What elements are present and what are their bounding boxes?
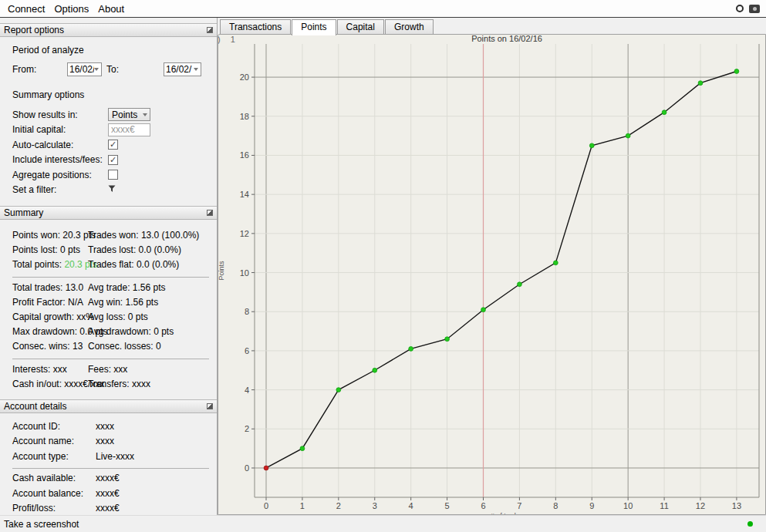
account-balance-value: xxxx€ — [96, 488, 120, 499]
summary-left-cell: Max drawdown: 0.0 pts — [12, 326, 88, 337]
tab-points[interactable]: Points — [292, 19, 336, 35]
auto-calculate-checkbox[interactable]: ✓ — [108, 140, 118, 150]
include-interests-fees-checkbox[interactable]: ✓ — [108, 155, 118, 165]
account-section: Account ID:xxxxAccount name:xxxxAccount … — [0, 419, 217, 464]
to-date-value: 16/02/ — [164, 64, 194, 75]
tab-capital[interactable]: Capital — [337, 19, 384, 34]
summary-left-cell: Cash in/out: xxxx€/xxx — [12, 379, 88, 389]
summary-row: Total points: 20.3 ptsTrades flat: 0.0 (… — [0, 257, 217, 271]
account-id-value: xxxx — [96, 421, 114, 432]
x-tick-label: 13 — [732, 501, 741, 510]
agregate-positions-label: Agregate positions: — [12, 170, 108, 180]
summary-right-cell: Trades flat: 0.0 (0.0%) — [88, 259, 217, 270]
profit-loss-label: Profit/loss: — [12, 503, 96, 513]
include-interests-fees-label: Include interests/fees: — [12, 154, 108, 165]
camera-icon[interactable] — [749, 5, 760, 13]
set-a-filter-filter-icon[interactable] — [108, 184, 116, 195]
main-content: Report options Period of analyze From: 1… — [0, 18, 766, 515]
summary-row: Cash in/out: xxxx€/xxxTransfers: xxxx — [12, 376, 209, 391]
trade-marker — [662, 110, 666, 115]
summary-left-cell: Total points: 20.3 pts — [0, 259, 88, 270]
menu-item-about[interactable]: About — [93, 2, 129, 16]
app-window: ConnectOptionsAbout Report options Perio… — [0, 0, 766, 532]
menu-item-options[interactable]: Options — [49, 2, 93, 16]
summary-options-label: Summary options — [12, 89, 217, 100]
points-chart: 01234567891011121302468101214161820Point… — [218, 35, 765, 514]
left-panel: Report options Period of analyze From: 1… — [0, 18, 218, 515]
y-tick-label: 20 — [240, 72, 249, 82]
menu-item-connect[interactable]: Connect — [3, 2, 49, 16]
trade-marker — [481, 308, 486, 312]
show-results-in-select[interactable]: Points — [108, 108, 150, 121]
agregate-positions-checkbox[interactable] — [108, 170, 118, 180]
account-name-value: xxxx — [96, 436, 114, 446]
tab-growth[interactable]: Growth — [385, 19, 434, 34]
y-tick-label: 4 — [245, 386, 249, 395]
account-id-label: Account ID: — [0, 421, 96, 432]
summary-left-cell: Interests: xxx — [12, 364, 88, 375]
trade-marker — [373, 368, 377, 372]
chevron-down-icon — [94, 68, 99, 71]
y-tick-label: 18 — [240, 112, 249, 121]
summary-label: Total points: — [12, 259, 64, 270]
status-bar: Take a screenshot — [0, 515, 766, 532]
tab-transactions[interactable]: Transactions — [220, 19, 291, 34]
summary-left-cell: Profit Factor: N/A — [12, 297, 88, 308]
summary-right-cell: Trades won: 13.0 (100.0%) — [88, 230, 217, 241]
summary-right-cell: Transfers: xxxx — [88, 379, 209, 389]
trade-marker — [518, 282, 522, 287]
y-tick-label: 8 — [245, 307, 249, 316]
account-row: Account ID:xxxx — [0, 419, 217, 434]
to-date-select[interactable]: 16/02/ — [164, 62, 201, 76]
summary-body: Points won: 20.3 ptsTrades won: 13.0 (10… — [0, 220, 217, 399]
chevron-down-icon — [143, 113, 147, 116]
summary-right-cell: Avg loss: 0 pts — [88, 311, 209, 322]
from-date-select[interactable]: 16/02/ — [67, 62, 102, 76]
account-details-title: Account details — [4, 401, 207, 412]
summary-left-cell: Points won: 20.3 pts — [0, 230, 88, 241]
summary-section: Total trades: 13.0Avg trade: 1.56 ptsPro… — [12, 277, 209, 355]
right-panel: TransactionsPointsCapitalGrowth ) 1 0123… — [218, 18, 766, 515]
period-section-label: Period of analyze — [12, 45, 217, 56]
pin-icon[interactable] — [207, 403, 213, 409]
trade-marker — [409, 346, 413, 351]
trade-marker — [300, 446, 305, 451]
from-date-value: 16/02/ — [68, 64, 94, 75]
option-row: Initial capital: — [0, 123, 217, 138]
select-value: Points — [109, 109, 143, 120]
menu-items: ConnectOptionsAbout — [3, 2, 129, 16]
summary-left-cell: Consec. wins: 13 — [12, 341, 88, 352]
x-tick-label: 12 — [696, 501, 705, 510]
cash-available-label: Cash available: — [12, 473, 96, 483]
y-tick-label: 10 — [240, 268, 249, 278]
report-options-header: Report options — [0, 23, 217, 37]
summary-row: Capital growth: xx%Avg loss: 0 pts — [12, 309, 209, 324]
from-label: From: — [12, 64, 67, 75]
account-details-header: Account details — [0, 399, 217, 413]
x-tick-label: 3 — [373, 501, 377, 510]
account-type-label: Account type: — [0, 451, 96, 462]
summary-left-cell: Points lost: 0 pts — [0, 244, 88, 255]
summary-row: Points lost: 0 ptsTrades lost: 0.0 (0.0%… — [0, 242, 217, 257]
trade-marker — [336, 388, 341, 392]
account-row: Account name:xxxx — [0, 434, 217, 450]
summary-row: Total trades: 13.0Avg trade: 1.56 pts — [12, 280, 209, 295]
pin-icon[interactable] — [207, 27, 213, 33]
account-row: Cash available:xxxx€ — [12, 471, 209, 487]
x-tick-label: 10 — [623, 501, 633, 510]
x-tick-label: 6 — [481, 501, 485, 510]
y-tick-label: 12 — [240, 229, 249, 238]
summary-options-rows: Show results in:PointsInitial capital:Au… — [0, 107, 217, 197]
sync-circle-icon[interactable] — [736, 5, 744, 12]
x-tick-label: 2 — [336, 501, 341, 510]
summary-section: Interests: xxxFees: xxxCash in/out: xxxx… — [12, 359, 209, 393]
trade-marker — [445, 337, 450, 342]
pin-icon[interactable] — [207, 210, 213, 216]
option-row: Set a filter: — [0, 183, 217, 198]
account-section: Cash available:xxxx€Account balance:xxxx… — [12, 468, 209, 516]
summary-right-cell: Avg win: 1.56 pts — [88, 297, 209, 308]
chevron-down-icon — [194, 68, 198, 71]
account-row: Account type:Live-xxxx — [0, 449, 217, 464]
initial-capital-input[interactable] — [108, 123, 150, 136]
summary-title: Summary — [4, 207, 207, 218]
